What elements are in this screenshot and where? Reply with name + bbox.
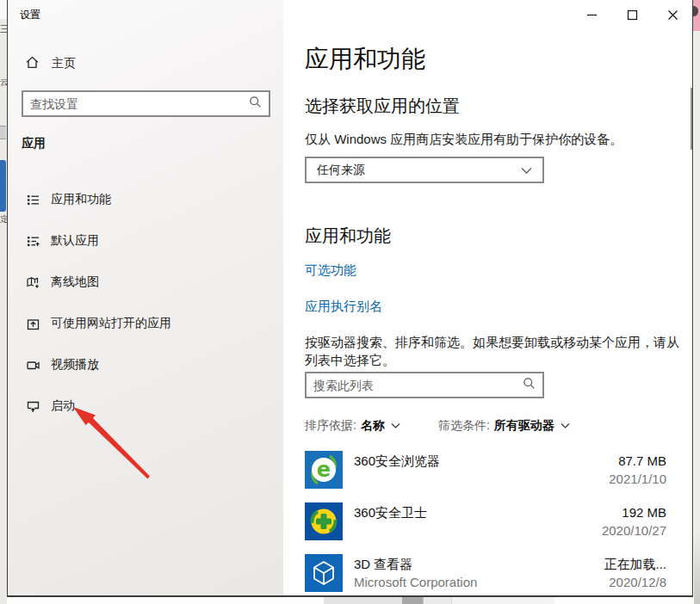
sidebar: 设置 主页 应用 应用和功能: [8, 0, 283, 595]
app-name: 360安全卫士: [354, 505, 427, 521]
minimize-button[interactable]: [574, 3, 609, 26]
main-content: 应用和功能 选择获取应用的位置 仅从 Windows 应用商店安装应用有助于保护…: [283, 0, 693, 595]
sidebar-item-apps-for-websites[interactable]: 可使用网站打开的应用: [8, 310, 283, 337]
apps-for-websites-icon: [25, 316, 40, 331]
chevron-down-icon: [561, 422, 570, 429]
background-text-fragment: 定: [0, 213, 7, 225]
app-name: 360安全浏览器: [354, 453, 440, 470]
sidebar-item-home[interactable]: 主页: [25, 54, 76, 73]
sidebar-item-video-playback[interactable]: 视频播放: [8, 351, 283, 379]
app-source-dropdown[interactable]: 任何来源: [305, 157, 544, 183]
sidebar-item-label: 应用和功能: [51, 192, 111, 207]
search-icon: [523, 377, 536, 393]
app-size: 87.7 MB: [618, 453, 666, 468]
sidebar-item-label: 离线地图: [51, 274, 99, 290]
choose-source-description: 仅从 Windows 应用商店安装应用有助于保护你的设备。: [305, 130, 684, 148]
sort-by-dropdown[interactable]: 排序依据: 名称: [305, 418, 400, 434]
sidebar-item-label: 启动: [51, 398, 75, 414]
svg-text:e: e: [317, 458, 331, 482]
sidebar-section-label: 应用: [22, 136, 46, 151]
chevron-down-icon: [521, 163, 532, 177]
window-title: 设置: [20, 8, 40, 22]
apps-list-description: 按驱动器搜索、排序和筛选。如果想要卸载或移动某个应用，请从列表中选择它。: [305, 333, 691, 369]
maximize-button[interactable]: [615, 3, 649, 26]
app-row-360-safe[interactable]: 360安全卫士 192 MB 2020/10/27: [305, 502, 666, 540]
background-window-right-sliver: [694, 0, 700, 604]
scrollbar-track: [324, 597, 403, 604]
background-window-left-sliver: 三 云 定: [0, 0, 7, 604]
settings-window: 设置 主页 应用 应用和功能: [7, 0, 693, 597]
filter-by-dropdown[interactable]: 筛选条件: 所有驱动器: [438, 418, 570, 434]
background-left-top: [0, 0, 7, 19]
app-size: 192 MB: [622, 505, 666, 520]
filter-by-value: 所有驱动器: [494, 418, 554, 434]
window-controls: [574, 3, 693, 26]
sort-by-value: 名称: [361, 418, 385, 434]
background-pink-sliver: [693, 0, 700, 31]
app-icon-360-browser: e: [305, 451, 343, 489]
app-name: 3D 查看器: [354, 557, 412, 573]
sidebar-item-label: 默认应用: [51, 233, 99, 249]
app-row-3d-viewer[interactable]: 3D 查看器 Microsoft Corporation 正在加载... 202…: [305, 554, 666, 592]
sidebar-item-default-apps[interactable]: 默认应用: [8, 227, 283, 255]
optional-features-link[interactable]: 可选功能: [305, 262, 356, 279]
background-text-fragment: 云: [0, 77, 7, 89]
app-date: 2020/10/27: [602, 523, 666, 538]
home-icon: [25, 55, 40, 73]
app-size: 正在加载...: [604, 557, 666, 573]
content-scrollbar-thumb[interactable]: [691, 88, 693, 150]
sidebar-item-startup[interactable]: 启动: [8, 392, 283, 420]
choose-source-heading: 选择获取应用的位置: [305, 95, 460, 118]
app-row-360-browser[interactable]: e 360安全浏览器 87.7 MB 2021/1/10: [305, 451, 666, 489]
chevron-down-icon: [391, 422, 400, 429]
search-icon: [249, 96, 262, 112]
page-title: 应用和功能: [305, 43, 425, 76]
sort-by-label: 排序依据:: [305, 418, 356, 434]
background-text-fragment: 三: [0, 23, 7, 35]
scrollbar-track: [423, 597, 451, 604]
app-publisher: Microsoft Corporation: [354, 575, 477, 589]
app-list-search-input[interactable]: [307, 379, 523, 392]
app-date: 2021/1/10: [609, 471, 666, 486]
sidebar-item-apps-features[interactable]: 应用和功能: [8, 186, 283, 213]
close-button[interactable]: [655, 3, 690, 26]
app-list-search-box[interactable]: [305, 372, 544, 398]
apps-features-icon: [25, 192, 40, 207]
app-execution-aliases-link[interactable]: 应用执行别名: [305, 299, 382, 315]
sidebar-item-label: 视频播放: [51, 357, 99, 373]
background-blue-bar: [0, 160, 6, 212]
app-icon-3d-viewer: [305, 554, 343, 592]
startup-icon: [25, 398, 40, 414]
default-apps-icon: [25, 233, 40, 249]
background-pink-blob: [693, 6, 698, 16]
scrollbar-thumb[interactable]: [402, 597, 423, 604]
app-date: 2020/12/8: [609, 575, 666, 589]
app-source-dropdown-value: 任何来源: [317, 163, 365, 178]
sidebar-item-label: 可使用网站打开的应用: [51, 316, 171, 331]
sidebar-item-offline-maps[interactable]: 离线地图: [8, 268, 283, 296]
scrollbar-track: [451, 597, 554, 604]
settings-search-box[interactable]: [22, 90, 270, 117]
sort-filter-row: 排序依据: 名称 筛选条件: 所有驱动器: [305, 418, 570, 434]
filter-by-label: 筛选条件:: [438, 418, 490, 434]
sidebar-home-label: 主页: [52, 56, 76, 71]
offline-maps-icon: [25, 274, 40, 290]
background-gray-fragment: [0, 126, 6, 139]
background-horizontal-scrollbar: [7, 597, 693, 604]
settings-search-input[interactable]: [23, 97, 249, 111]
app-icon-360-safe: [305, 502, 343, 540]
apps-features-heading: 应用和功能: [305, 225, 391, 248]
video-playback-icon: [25, 357, 40, 373]
